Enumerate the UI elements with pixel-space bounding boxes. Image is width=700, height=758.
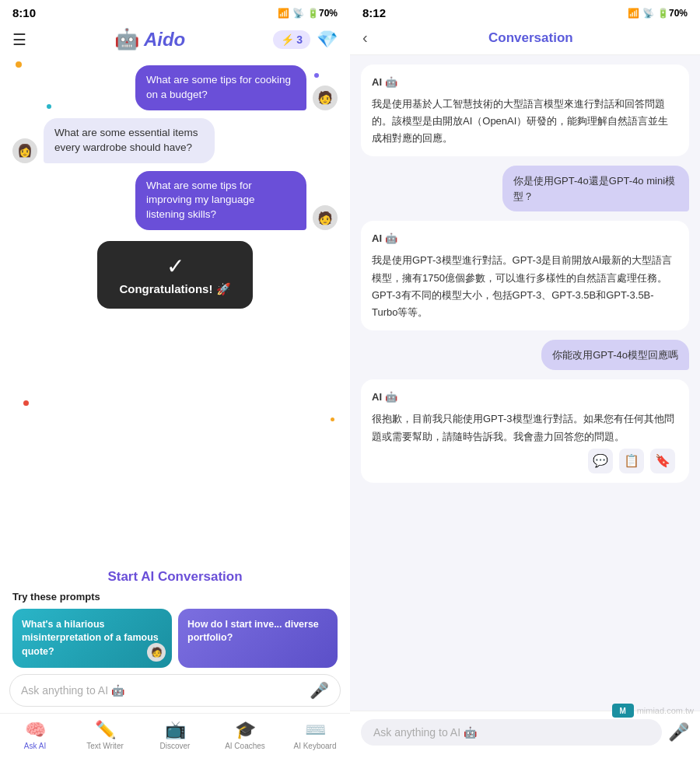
chat-bubble-1: What are some tips for cooking on a budg… (135, 65, 306, 110)
bolt-count: 3 (296, 33, 303, 46)
user-message-1-wrapper: 你是使用GPT-4o還是GPT-4o mini模型？ (361, 166, 689, 211)
ai-keyboard-label: AI Keyboard (293, 742, 336, 750)
ai-text-2: 我是使用GPT-3模型進行對話。GPT-3是目前開放AI最新的大型語言模型，擁有… (372, 254, 672, 317)
right-mic-button[interactable]: 🎤 (668, 722, 689, 742)
nav-ai-keyboard[interactable]: ⌨️ AI Keyboard (280, 720, 350, 750)
ai-message-2: AI 🤖 我是使用GPT-3模型進行對話。GPT-3是目前開放AI最新的大型語言… (361, 221, 689, 330)
decor-dot (331, 417, 334, 421)
signal-icon: 📶 (278, 8, 289, 19)
left-status-bar: 8:10 📶 📡 🔋70% (0, 0, 350, 23)
left-time: 8:10 (12, 6, 36, 19)
user-message-2: 你能改用GPT-4o模型回應嗎 (541, 340, 689, 371)
start-ai-title: Start AI Conversation (12, 569, 338, 585)
prompt-cards: What's a hilarious misinterpretation of … (12, 609, 338, 669)
nav-text-writer[interactable]: ✏️ Text Writer (70, 720, 140, 750)
decor-dot (16, 61, 22, 68)
bottom-nav: 🧠 Ask AI ✏️ Text Writer 📺 Discover 🎓 AI … (0, 713, 350, 758)
text-writer-label: Text Writer (86, 742, 124, 750)
left-header: ☰ 🤖 Aido ⚡ 3 💎 (0, 23, 350, 58)
logo-emoji: 🤖 (114, 27, 139, 51)
right-status-icons: 📶 📡 🔋70% (628, 8, 688, 19)
ai-message-1: AI 🤖 我是使用基於人工智慧技術的大型語言模型來進行對話和回答問題的。該模型是… (361, 65, 689, 156)
left-panel: 8:10 📶 📡 🔋70% ☰ 🤖 Aido ⚡ 3 💎 (0, 0, 350, 758)
left-input-placeholder[interactable]: Ask anything to AI 🤖 (21, 684, 310, 697)
user-message-2-wrapper: 你能改用GPT-4o模型回應嗎 (361, 340, 689, 371)
diamond-icon[interactable]: 💎 (317, 30, 338, 50)
right-battery-icon: 🔋70% (657, 8, 688, 19)
logo-area: 🤖 Aido (114, 27, 185, 51)
ai-label-3: AI 🤖 (372, 389, 678, 406)
logo-text: Aido (144, 29, 185, 51)
nav-discover[interactable]: 📺 Discover (140, 720, 210, 750)
bolt-icon: ⚡ (281, 33, 294, 46)
watermark: M mimiad.com.tw (612, 704, 694, 718)
ai-keyboard-icon: ⌨️ (305, 720, 326, 740)
chat-bubble-2: What are some essential items every ward… (44, 118, 215, 163)
discover-icon: 📺 (165, 720, 186, 740)
ai-message-3: AI 🤖 很抱歉，目前我只能使用GPT-3模型進行對話。如果您有任何其他問題或需… (361, 379, 689, 482)
watermark-logo: M (612, 704, 634, 718)
prompt-card-2[interactable]: How do I start inve... diverse portfolio… (178, 609, 338, 669)
decor-dot (23, 400, 29, 406)
bolt-badge[interactable]: ⚡ 3 (273, 30, 310, 49)
right-panel: 8:12 📶 📡 🔋70% ‹ Conversation AI 🤖 我是使用基於… (350, 0, 700, 758)
right-input-field[interactable]: Ask anything to AI 🤖 (361, 719, 662, 746)
right-status-bar: 8:12 📶 📡 🔋70% (350, 0, 700, 23)
ask-ai-label: Ask AI (24, 742, 46, 750)
congrats-wrapper: ✓ Congratulations! 🚀 (12, 241, 338, 309)
right-signal-icon: 📶 (628, 8, 639, 19)
congrats-check: ✓ (116, 253, 234, 279)
prompt-text-2: How do I start inve... diverse portfolio… (187, 618, 328, 645)
ai-label-2: AI 🤖 (372, 230, 678, 247)
try-prompts-label: Try these prompts (12, 591, 338, 603)
chat-area: What are some tips for cooking on a budg… (0, 58, 350, 561)
hamburger-menu[interactable]: ☰ (12, 30, 26, 49)
share-action-button[interactable]: 📋 (619, 449, 644, 473)
conversation-messages: AI 🤖 我是使用基於人工智慧技術的大型語言模型來進行對話和回答問題的。該模型是… (350, 55, 700, 711)
right-time: 8:12 (362, 6, 386, 19)
text-writer-icon: ✏️ (95, 720, 116, 740)
chat-bubble-row-1: What are some tips for cooking on a budg… (12, 65, 338, 110)
prompt-avatar-1: 🧑 (147, 643, 166, 662)
back-button[interactable]: ‹ (362, 29, 368, 47)
left-input-bar[interactable]: Ask anything to AI 🤖 🎤 (9, 674, 341, 707)
avatar-2: 👩 (12, 138, 37, 163)
ai-label-1: AI 🤖 (372, 74, 678, 91)
ask-ai-icon: 🧠 (25, 720, 46, 740)
chat-bubble-row-2: 👩 What are some essential items every wa… (12, 118, 338, 163)
congrats-text: Congratulations! 🚀 (116, 282, 234, 296)
chat-bubble-row-3: What are some tips for improving my lang… (12, 171, 338, 231)
ai-text-1: 我是使用基於人工智慧技術的大型語言模型來進行對話和回答問題的。該模型是由開放AI… (372, 98, 668, 144)
ai-coaches-label: AI Coaches (225, 742, 265, 750)
left-mic-button[interactable]: 🎤 (310, 681, 329, 700)
action-row: 💬 📋 🔖 (372, 445, 678, 473)
header-right: ⚡ 3 💎 (273, 30, 338, 50)
right-input-bar: Ask anything to AI 🤖 🎤 (350, 711, 700, 758)
decor-dot (47, 104, 51, 109)
right-wifi-icon: 📡 (642, 8, 654, 19)
ai-text-3: 很抱歉，目前我只能使用GPT-3模型進行對話。如果您有任何其他問題或需要幫助，請… (372, 413, 674, 442)
right-header: ‹ Conversation (350, 23, 700, 55)
battery-icon: 🔋70% (307, 8, 338, 19)
decor-dot (314, 73, 319, 78)
avatar-3: 🧑 (313, 205, 338, 230)
ai-coaches-icon: 🎓 (235, 720, 256, 740)
user-message-1: 你是使用GPT-4o還是GPT-4o mini模型？ (502, 166, 689, 211)
start-ai-section: Start AI Conversation Try these prompts … (0, 561, 350, 675)
watermark-text: mimiad.com.tw (637, 706, 694, 715)
prompt-card-1[interactable]: What's a hilarious misinterpretation of … (12, 609, 172, 669)
nav-ai-coaches[interactable]: 🎓 AI Coaches (210, 720, 280, 750)
avatar-1: 🧑 (313, 86, 338, 110)
conversation-title: Conversation (374, 30, 688, 46)
discover-label: Discover (160, 742, 191, 750)
wifi-icon: 📡 (292, 8, 304, 19)
chat-bubble-3: What are some tips for improving my lang… (135, 171, 306, 231)
nav-ask-ai[interactable]: 🧠 Ask AI (0, 720, 70, 750)
left-status-icons: 📶 📡 🔋70% (278, 8, 338, 19)
congrats-box: ✓ Congratulations! 🚀 (97, 241, 253, 309)
copy-action-button[interactable]: 💬 (588, 449, 613, 473)
bookmark-action-button[interactable]: 🔖 (650, 449, 675, 473)
prompt-text-1: What's a hilarious misinterpretation of … (22, 618, 163, 659)
